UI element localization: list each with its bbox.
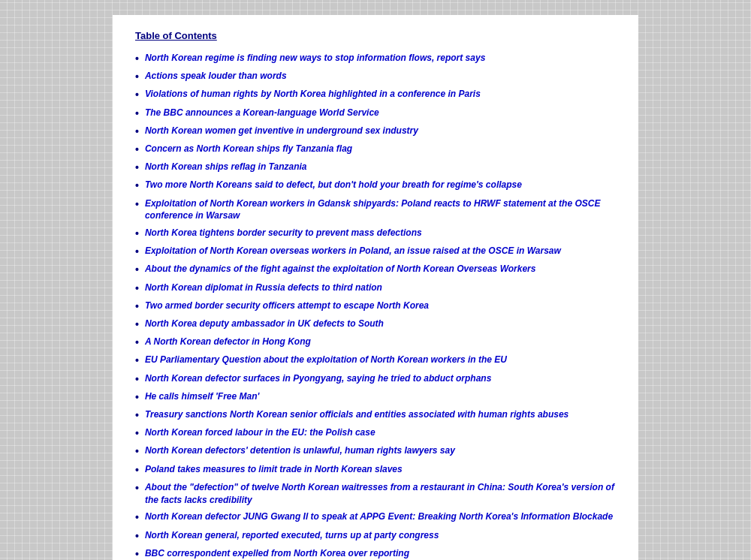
- toc-item: A North Korean defector in Hong Kong: [135, 336, 616, 349]
- toc-item: North Korean ships reflag in Tanzania: [135, 161, 616, 174]
- toc-item: North Korean forced labour in the EU: th…: [135, 426, 616, 440]
- toc-title: Table of Contents: [135, 30, 616, 41]
- toc-item: North Korean defector JUNG Gwang Il to s…: [135, 510, 616, 524]
- toc-link[interactable]: North Korean ships reflag in Tanzania: [145, 161, 307, 173]
- toc-item: North Korean general, reported executed,…: [135, 529, 616, 543]
- toc-item: BBC correspondent expelled from North Ko…: [135, 547, 616, 560]
- toc-link[interactable]: Violations of human rights by North Kore…: [145, 88, 481, 101]
- toc-item: Exploitation of North Korean workers in …: [135, 197, 616, 223]
- toc-link[interactable]: North Korean defector JUNG Gwang Il to s…: [145, 510, 613, 523]
- toc-item: The BBC announces a Korean-language Worl…: [135, 107, 616, 120]
- toc-item: North Korean defector surfaces in Pyongy…: [135, 372, 616, 386]
- toc-item: He calls himself 'Free Man': [135, 390, 616, 404]
- toc-list: North Korean regime is finding new ways …: [135, 52, 616, 560]
- toc-link[interactable]: BBC correspondent expelled from North Ko…: [145, 547, 409, 560]
- toc-link[interactable]: North Korea tightens border security to …: [145, 227, 422, 239]
- toc-item: Two more North Koreans said to defect, b…: [135, 179, 616, 192]
- toc-item: Violations of human rights by North Kore…: [135, 88, 616, 101]
- toc-link[interactable]: Two more North Koreans said to defect, b…: [145, 179, 522, 191]
- toc-item: Concern as North Korean ships fly Tanzan…: [135, 143, 616, 156]
- toc-link[interactable]: North Korean defectors' detention is unl…: [145, 444, 455, 457]
- toc-link[interactable]: North Korean defector surfaces in Pyongy…: [145, 372, 491, 385]
- toc-link[interactable]: Concern as North Korean ships fly Tanzan…: [145, 143, 352, 155]
- toc-item: North Korea tightens border security to …: [135, 227, 616, 240]
- toc-item: EU Parliamentary Question about the expl…: [135, 354, 616, 367]
- toc-item: North Korean diplomat in Russia defects …: [135, 282, 616, 295]
- toc-link[interactable]: North Korean women get inventive in unde…: [145, 125, 418, 137]
- toc-link[interactable]: The BBC announces a Korean-language Worl…: [145, 107, 379, 119]
- toc-item: Exploitation of North Korean overseas wo…: [135, 245, 616, 258]
- toc-item: About the dynamics of the fight against …: [135, 263, 616, 276]
- toc-item: About the "defection" of twelve North Ko…: [135, 481, 616, 507]
- toc-link[interactable]: A North Korean defector in Hong Kong: [145, 336, 311, 348]
- toc-item: North Korean defectors' detention is unl…: [135, 444, 616, 458]
- toc-link[interactable]: North Korean general, reported executed,…: [145, 529, 439, 542]
- toc-link[interactable]: He calls himself 'Free Man': [145, 390, 259, 403]
- toc-link[interactable]: About the "defection" of twelve North Ko…: [145, 481, 616, 507]
- toc-link[interactable]: North Korean forced labour in the EU: th…: [145, 426, 376, 439]
- toc-item: Poland takes measures to limit trade in …: [135, 463, 616, 477]
- toc-item: Actions speak louder than words: [135, 70, 616, 83]
- toc-link[interactable]: Poland takes measures to limit trade in …: [145, 463, 403, 476]
- toc-link[interactable]: Exploitation of North Korean overseas wo…: [145, 245, 561, 257]
- toc-link[interactable]: About the dynamics of the fight against …: [145, 263, 536, 275]
- toc-link[interactable]: Two armed border security officers attem…: [145, 300, 429, 312]
- toc-item: North Korean women get inventive in unde…: [135, 125, 616, 138]
- toc-link[interactable]: Actions speak louder than words: [145, 70, 287, 83]
- toc-link[interactable]: Treasury sanctions North Korean senior o…: [145, 408, 569, 421]
- page-container: Table of Contents North Korean regime is…: [113, 15, 638, 560]
- toc-item: Treasury sanctions North Korean senior o…: [135, 408, 616, 422]
- toc-link[interactable]: North Korean diplomat in Russia defects …: [145, 282, 382, 294]
- toc-link[interactable]: North Korean regime is finding new ways …: [145, 52, 485, 65]
- toc-item: North Korea deputy ambassador in UK defe…: [135, 318, 616, 331]
- toc-item: Two armed border security officers attem…: [135, 300, 616, 313]
- toc-link[interactable]: Exploitation of North Korean workers in …: [145, 197, 616, 223]
- toc-link[interactable]: EU Parliamentary Question about the expl…: [145, 354, 507, 366]
- toc-item: North Korean regime is finding new ways …: [135, 52, 616, 65]
- toc-link[interactable]: North Korea deputy ambassador in UK defe…: [145, 318, 384, 330]
